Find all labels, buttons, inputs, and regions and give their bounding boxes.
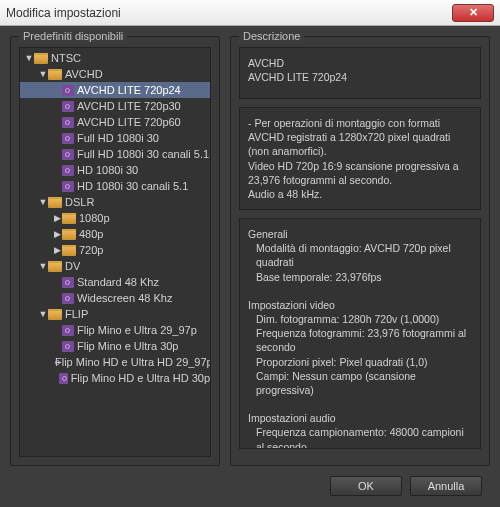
preset-icon — [62, 117, 74, 128]
collapse-icon[interactable]: ▼ — [38, 69, 48, 79]
description-line: Audio a 48 kHz. — [248, 187, 472, 201]
tree-folder[interactable]: ▼NTSC — [20, 50, 210, 66]
description-line: Campi: Nessun campo (scansione progressi… — [248, 369, 472, 397]
tree-preset[interactable]: HD 1080i 30 canali 5.1 — [20, 178, 210, 194]
preset-tree[interactable]: ▼NTSC▼AVCHDAVCHD LITE 720p24AVCHD LITE 7… — [19, 47, 211, 457]
collapse-icon[interactable]: ▼ — [38, 197, 48, 207]
ok-button[interactable]: OK — [330, 476, 402, 496]
description-panel: Descrizione AVCHDAVCHD LITE 720p24 - Per… — [230, 36, 490, 466]
tree-item-label: AVCHD LITE 720p60 — [77, 116, 181, 128]
preset-icon — [62, 133, 74, 144]
tree-item-label: FLIP — [65, 308, 88, 320]
preset-icon — [62, 181, 74, 192]
tree-preset[interactable]: AVCHD LITE 720p60 — [20, 114, 210, 130]
folder-icon — [48, 309, 62, 320]
description-line: AVCHD — [248, 56, 472, 70]
tree-item-label: Flip Mino HD e Ultra HD 30p — [71, 372, 210, 384]
presets-panel-label: Predefiniti disponibili — [19, 30, 127, 42]
tree-item-label: DV — [65, 260, 80, 272]
preset-icon — [62, 341, 74, 352]
cancel-button[interactable]: Annulla — [410, 476, 482, 496]
description-line: Base temporale: 23,976fps — [248, 270, 472, 284]
preset-icon — [62, 149, 74, 160]
tree-item-label: 1080p — [79, 212, 110, 224]
preset-icon — [62, 165, 74, 176]
button-row: OK Annulla — [10, 476, 490, 496]
tree-item-label: DSLR — [65, 196, 94, 208]
description-line: - Per operazioni di montaggio con format… — [248, 116, 472, 159]
folder-icon — [62, 213, 76, 224]
preset-icon — [62, 101, 74, 112]
tree-preset[interactable]: Standard 48 Khz — [20, 274, 210, 290]
description-line: Impostazioni audio — [248, 411, 472, 425]
collapse-icon[interactable]: ▼ — [24, 53, 34, 63]
tree-folder[interactable]: ▶1080p — [20, 210, 210, 226]
description-line: Proporzioni pixel: Pixel quadrati (1,0) — [248, 355, 472, 369]
close-button[interactable]: ✕ — [452, 4, 494, 22]
tree-item-label: Flip Mino HD e Ultra HD 29_97p — [55, 356, 211, 368]
description-line: Dim. fotogramma: 1280h 720v (1,0000) — [248, 312, 472, 326]
description-line — [248, 284, 472, 298]
description-line: AVCHD LITE 720p24 — [248, 70, 472, 84]
tree-folder[interactable]: ▼AVCHD — [20, 66, 210, 82]
expand-icon[interactable]: ▶ — [52, 229, 62, 239]
description-details: GeneraliModalità di montaggio: AVCHD 720… — [239, 218, 481, 449]
description-line: Frequenza fotogrammi: 23,976 fotogrammi … — [248, 326, 472, 354]
tree-preset[interactable]: HD 1080i 30 — [20, 162, 210, 178]
preset-icon — [62, 325, 74, 336]
folder-icon — [48, 69, 62, 80]
tree-item-label: AVCHD LITE 720p30 — [77, 100, 181, 112]
tree-item-label: HD 1080i 30 — [77, 164, 138, 176]
expand-icon[interactable]: ▶ — [52, 245, 62, 255]
tree-item-label: NTSC — [51, 52, 81, 64]
description-line: Frequenza campionamento: 48000 campioni … — [248, 425, 472, 449]
tree-folder[interactable]: ▶480p — [20, 226, 210, 242]
tree-item-label: AVCHD LITE 720p24 — [77, 84, 181, 96]
tree-preset[interactable]: AVCHD LITE 720p24 — [20, 82, 210, 98]
tree-preset[interactable]: Widescreen 48 Khz — [20, 290, 210, 306]
tree-item-label: HD 1080i 30 canali 5.1 — [77, 180, 188, 192]
tree-item-label: Full HD 1080i 30 canali 5.1 — [77, 148, 209, 160]
tree-item-label: Widescreen 48 Khz — [77, 292, 172, 304]
preset-icon — [59, 373, 68, 384]
preset-icon — [62, 277, 74, 288]
tree-item-label: Full HD 1080i 30 — [77, 132, 159, 144]
tree-preset[interactable]: Full HD 1080i 30 — [20, 130, 210, 146]
tree-folder[interactable]: ▼DSLR — [20, 194, 210, 210]
tree-folder[interactable]: ▼DV — [20, 258, 210, 274]
description-summary: - Per operazioni di montaggio con format… — [239, 107, 481, 210]
description-line — [248, 397, 472, 411]
tree-preset[interactable]: Flip Mino HD e Ultra HD 30p — [20, 370, 210, 386]
presets-panel: Predefiniti disponibili ▼NTSC▼AVCHDAVCHD… — [10, 36, 220, 466]
tree-folder[interactable]: ▼FLIP — [20, 306, 210, 322]
tree-preset[interactable]: Full HD 1080i 30 canali 5.1 — [20, 146, 210, 162]
description-line: Modalità di montaggio: AVCHD 720p pixel … — [248, 241, 472, 269]
tree-folder[interactable]: ▶720p — [20, 242, 210, 258]
collapse-icon[interactable]: ▼ — [38, 261, 48, 271]
preset-icon — [62, 85, 74, 96]
folder-icon — [34, 53, 48, 64]
tree-preset[interactable]: AVCHD LITE 720p30 — [20, 98, 210, 114]
tree-item-label: Standard 48 Khz — [77, 276, 159, 288]
tree-item-label: Flip Mino e Ultra 30p — [77, 340, 179, 352]
folder-icon — [62, 229, 76, 240]
preset-icon — [62, 293, 74, 304]
tree-item-label: 480p — [79, 228, 103, 240]
tree-preset[interactable]: Flip Mino e Ultra 29_97p — [20, 322, 210, 338]
tree-preset[interactable]: Flip Mino e Ultra 30p — [20, 338, 210, 354]
tree-item-label: Flip Mino e Ultra 29_97p — [77, 324, 197, 336]
window-title: Modifica impostazioni — [6, 6, 452, 20]
collapse-icon[interactable]: ▼ — [38, 309, 48, 319]
description-line: Video HD 720p 16:9 scansione progressiva… — [248, 159, 472, 187]
description-line: Generali — [248, 227, 472, 241]
dialog-body: Predefiniti disponibili ▼NTSC▼AVCHDAVCHD… — [0, 26, 500, 507]
tree-item-label: 720p — [79, 244, 103, 256]
expand-icon[interactable]: ▶ — [52, 213, 62, 223]
folder-icon — [48, 261, 62, 272]
tree-preset[interactable]: Flip Mino HD e Ultra HD 29_97p — [20, 354, 210, 370]
description-header: AVCHDAVCHD LITE 720p24 — [239, 47, 481, 99]
description-panel-label: Descrizione — [239, 30, 304, 42]
titlebar: Modifica impostazioni ✕ — [0, 0, 500, 26]
folder-icon — [48, 197, 62, 208]
description-line: Impostazioni video — [248, 298, 472, 312]
